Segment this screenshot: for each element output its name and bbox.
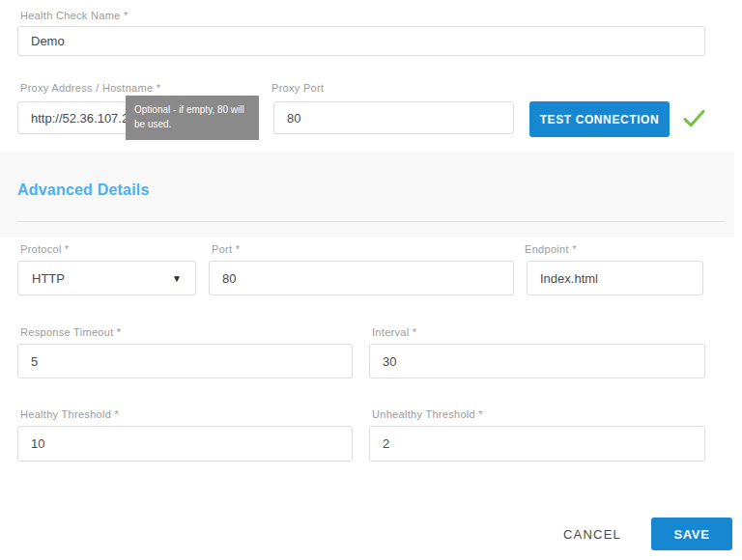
endpoint-label: Endpoint * bbox=[525, 243, 577, 255]
save-button[interactable]: SAVE bbox=[651, 518, 732, 550]
port-label: Port * bbox=[212, 243, 240, 255]
protocol-label: Protocol * bbox=[20, 243, 70, 255]
advanced-details-heading: Advanced Details bbox=[17, 182, 150, 199]
health-check-name-label: Health Check Name * bbox=[20, 10, 128, 21]
chevron-down-icon: ▼ bbox=[172, 273, 182, 284]
protocol-dropdown[interactable]: HTTP ▼ bbox=[17, 261, 196, 295]
cancel-button[interactable]: CANCEL bbox=[549, 520, 636, 547]
test-connection-button[interactable]: TEST CONNECTION bbox=[529, 101, 670, 137]
unhealthy-threshold-input[interactable] bbox=[369, 426, 705, 462]
unhealthy-threshold-label: Unhealthy Threshold * bbox=[372, 408, 483, 420]
response-timeout-input[interactable] bbox=[17, 344, 353, 378]
interval-input[interactable] bbox=[369, 344, 705, 378]
proxy-port-label: Proxy Port bbox=[271, 82, 324, 94]
proxy-port-tooltip: Optional - if empty, 80 will be used. bbox=[126, 96, 259, 140]
interval-label: Interval * bbox=[372, 326, 416, 338]
proxy-port-input[interactable] bbox=[273, 101, 514, 134]
health-check-name-input[interactable] bbox=[17, 26, 705, 56]
healthy-threshold-input[interactable] bbox=[17, 426, 353, 462]
section-divider bbox=[17, 221, 725, 222]
connection-success-check-icon bbox=[681, 105, 707, 131]
endpoint-input[interactable] bbox=[527, 261, 703, 295]
port-input[interactable] bbox=[209, 261, 514, 295]
healthy-threshold-label: Healthy Threshold * bbox=[20, 408, 119, 420]
proxy-address-label: Proxy Address / Hostname * bbox=[20, 82, 160, 94]
response-timeout-label: Response Timeout * bbox=[20, 326, 121, 338]
protocol-dropdown-value: HTTP bbox=[32, 271, 65, 286]
